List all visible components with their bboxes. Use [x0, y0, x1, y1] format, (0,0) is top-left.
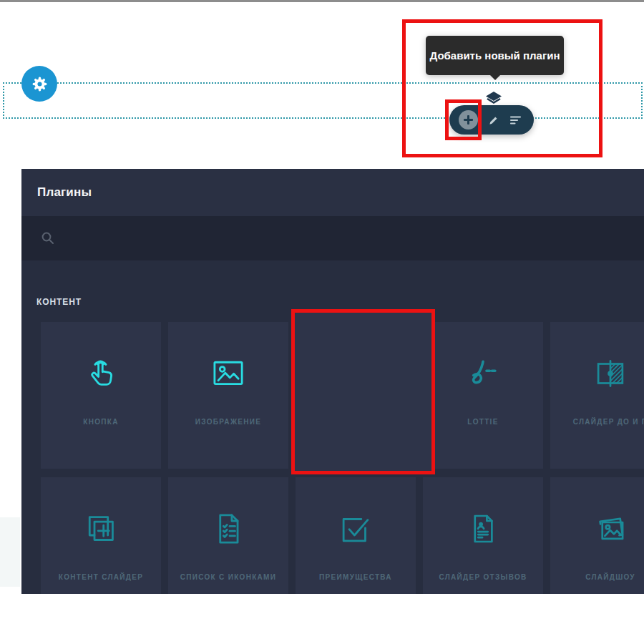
section-label: КОНТЕНТ: [36, 297, 82, 307]
reviews-slider-icon: [464, 509, 502, 548]
annotation-rectangle-toolbar: [402, 19, 602, 157]
page-builder-screen: Добавить новый плагин: [0, 0, 644, 644]
plugin-tile-content-slider[interactable]: КОНТЕНТ СЛАЙДЕР: [41, 477, 161, 594]
plugin-search-bar[interactable]: [21, 216, 644, 260]
panel-title: Плагины: [37, 169, 92, 216]
tile-label: СПИСОК С ИКОНКАМИ: [168, 573, 288, 581]
plugin-tile-icon-list[interactable]: СПИСОК С ИКОНКАМИ: [168, 477, 288, 594]
icon-list-icon: [209, 509, 248, 548]
plugins-panel-header: Плагины: [21, 169, 644, 216]
tile-label: СЛАЙДЕР ОТЗЫВОВ: [423, 573, 543, 581]
plugin-tile-image[interactable]: ИЗОБРАЖЕНИЕ: [168, 322, 288, 469]
tile-label: СЛАЙДЕР ДО И П: [550, 418, 644, 426]
search-icon: [39, 230, 57, 247]
content-slider-icon: [82, 509, 120, 548]
top-divider: [0, 0, 644, 2]
advantages-check-icon: [336, 509, 375, 548]
plugin-tile-button[interactable]: КНОПКА: [41, 322, 161, 469]
plugin-tile-lottie[interactable]: LOTTIE: [423, 322, 543, 469]
tile-label: КОНТЕНТ СЛАЙДЕР: [41, 573, 161, 581]
plugin-tile-before-after-slider[interactable]: СЛАЙДЕР ДО И П: [550, 322, 644, 469]
annotation-rectangle-plus-button: [445, 99, 482, 140]
page-background-block: [0, 517, 20, 587]
section-settings-button[interactable]: [21, 66, 57, 102]
gear-icon: [30, 74, 49, 94]
tile-label: LOTTIE: [423, 418, 543, 426]
tap-icon: [82, 354, 120, 393]
tile-label: КНОПКА: [41, 418, 161, 426]
tile-label: СЛАЙДШОУ: [550, 573, 644, 581]
lottie-icon: [464, 354, 502, 393]
annotation-rectangle-text-tile: [291, 309, 435, 474]
tile-label: ПРЕИМУЩЕСТВА: [296, 573, 416, 581]
plugin-tile-advantages[interactable]: ПРЕИМУЩЕСТВА: [296, 477, 416, 594]
before-after-slider-icon: [591, 354, 630, 393]
plugin-tile-reviews-slider[interactable]: СЛАЙДЕР ОТЗЫВОВ: [423, 477, 543, 594]
image-icon: [209, 354, 248, 393]
tile-label: ИЗОБРАЖЕНИЕ: [168, 418, 288, 426]
slideshow-icon: [591, 509, 630, 548]
plugin-tile-slideshow[interactable]: СЛАЙДШОУ: [550, 477, 644, 594]
